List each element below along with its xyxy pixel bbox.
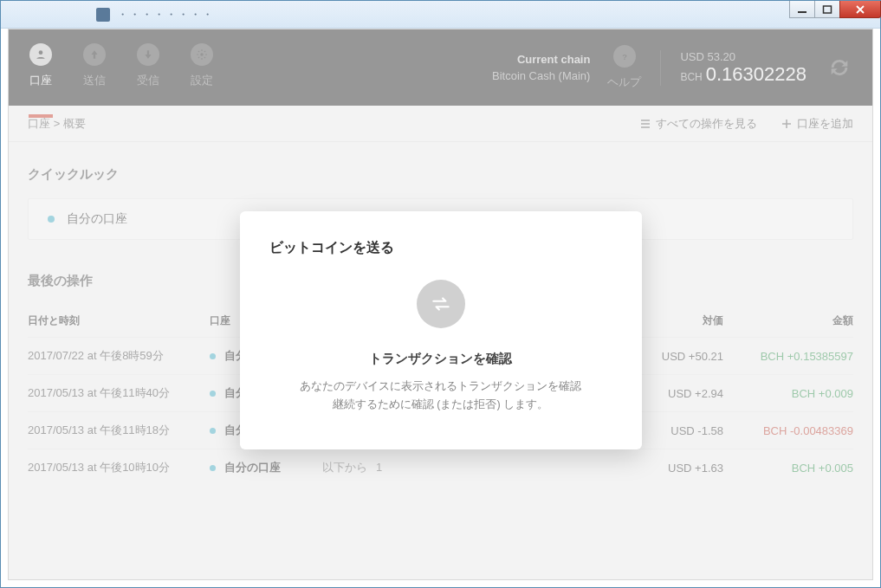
svg-rect-0 <box>798 11 807 13</box>
maximize-icon <box>822 5 832 14</box>
titlebar-left: ・・・・・・・・ <box>1 1 789 28</box>
close-button[interactable] <box>839 1 881 18</box>
minimize-button[interactable] <box>789 1 815 18</box>
modal-line1: あなたのデバイスに表示されるトランザクションを確認 <box>269 378 612 396</box>
titlebar-hint: ・・・・・・・・ <box>117 7 214 23</box>
window-frame: ・・・・・・・・ 口座 <box>0 0 881 588</box>
modal-desc: あなたのデバイスに表示されるトランザクションを確認 継続するために確認 (または… <box>269 378 612 415</box>
modal-overlay[interactable]: ビットコインを送る トランザクションを確認 あなたのデバイスに表示されるトランザ… <box>9 29 872 579</box>
maximize-button[interactable] <box>814 1 840 18</box>
minimize-icon <box>797 5 807 14</box>
close-icon <box>855 5 865 14</box>
modal-heading: トランザクションを確認 <box>269 351 612 367</box>
svg-rect-1 <box>824 6 832 13</box>
app-icon <box>96 8 110 22</box>
app: 口座 送信 受信 設定 <box>8 29 873 580</box>
swap-icon <box>417 280 465 328</box>
modal-title: ビットコインを送る <box>269 239 612 257</box>
window-buttons <box>789 1 880 18</box>
modal-line2: 継続するために確認 (または拒否) します。 <box>269 396 612 414</box>
titlebar: ・・・・・・・・ <box>1 1 880 29</box>
send-modal: ビットコインを送る トランザクションを確認 あなたのデバイスに表示されるトランザ… <box>240 211 642 449</box>
